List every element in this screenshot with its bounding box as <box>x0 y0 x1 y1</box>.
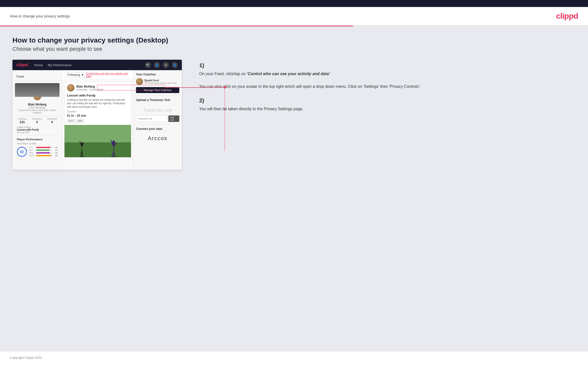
app-sidebar: Feed Blair McHarg Plus Handicap Royal No… <box>12 70 62 170</box>
app-navbar: clippd Home My Performance 🔍 👤 ⊕ 👤 <box>12 60 182 70</box>
coach-name: David Ford <box>144 79 177 82</box>
post-author: Blair McHarg <box>76 85 103 88</box>
instruction-2-text: You will then be taken directly to the P… <box>199 106 576 112</box>
tag-ott: OTT <box>67 119 75 123</box>
following-value: 4 <box>47 120 57 124</box>
post-duration-label: Duration <box>65 110 131 114</box>
tag-app: APP <box>76 119 84 123</box>
post-duration-value: 01 hr : 30 min <box>65 114 131 119</box>
pp-circle: 92 <box>17 147 27 157</box>
control-privacy-link[interactable]: Control who can see your activity and da… <box>86 72 130 78</box>
app-feed: Following ▼ Control who can see your act… <box>62 70 133 170</box>
latest-activity-date: 03 Aug 2022 <box>15 131 60 134</box>
post-description: Looking to feel like my hands are exitin… <box>65 98 131 110</box>
screenshot-wrapper: clippd Home My Performance 🔍 👤 ⊕ 👤 <box>12 60 182 170</box>
stat-activities: Activities 131 <box>18 118 27 124</box>
feed-tab[interactable]: Feed <box>12 73 62 81</box>
trackman-input-row: Add Link <box>136 115 179 122</box>
app-right-sidebar: Your Coaches David Ford 📍 Royal North De… <box>133 70 182 170</box>
post-title: Lesson with Fordy <box>65 94 131 98</box>
location-icon-small: 📍 <box>144 82 147 84</box>
pp-quality-label: Total Player Quality <box>17 142 58 145</box>
instruction-1-number: 1) <box>199 62 576 69</box>
pp-bar-arg: ARG 86 <box>29 152 58 154</box>
add-link-button[interactable]: Add Link <box>168 115 179 122</box>
app-screenshot: clippd Home My Performance 🔍 👤 ⊕ 👤 <box>12 60 182 170</box>
nav-link-my-performance[interactable]: My Performance <box>48 63 71 67</box>
nav-link-home[interactable]: Home <box>34 63 43 67</box>
footer-copyright: Copyright Clippd 2022 <box>10 356 42 360</box>
location-icon[interactable]: ⊕ <box>163 62 169 68</box>
post-avatar <box>67 84 74 92</box>
trackman-input[interactable] <box>136 115 167 122</box>
post-tags: OTT APP <box>65 119 131 125</box>
trackman-placeholder: Trackman Link <box>136 104 179 115</box>
page-subheading: Choose what you want people to see <box>12 46 576 52</box>
content-columns: clippd Home My Performance 🔍 👤 ⊕ 👤 <box>12 60 576 170</box>
post-card: Blair McHarg Yesterday · Sunningdale Les… <box>64 82 131 157</box>
player-performance: Player Performance Total Player Quality … <box>15 136 60 159</box>
app-logo-nav: clippd <box>16 63 28 67</box>
post-date: Yesterday · Sunningdale <box>76 88 103 91</box>
arccos-logo: Arccos <box>136 133 179 144</box>
instruction-1: 1) On your Feed, click/tap on 'Control w… <box>199 62 576 90</box>
following-label: Following <box>47 118 57 120</box>
trackman-section: Upload a Trackman Test Trackman Link Add… <box>133 96 182 125</box>
activities-value: 131 <box>18 120 27 124</box>
following-button[interactable]: Following ▼ <box>65 72 86 78</box>
stat-following: Following 4 <box>47 118 57 124</box>
svg-rect-1 <box>65 142 131 157</box>
pp-bar-app: APP 85 <box>29 149 58 151</box>
user-club: Royal North Devon Golf Club, United King… <box>15 109 60 114</box>
pp-bars: OTT 90 APP 85 <box>29 146 58 157</box>
user-banner <box>15 83 60 97</box>
app-nav-icons: 🔍 👤 ⊕ 👤 <box>145 62 178 68</box>
coach-item: David Ford 📍 Royal North Devon Golf Club <box>136 78 179 85</box>
top-bar <box>0 0 588 7</box>
manage-coaches-button[interactable]: Manage Your Coaches <box>136 87 179 93</box>
post-header: Blair McHarg Yesterday · Sunningdale <box>65 82 131 94</box>
latest-activity-value: Lesson with Fordy <box>15 128 60 131</box>
feed-header: Following ▼ Control who can see your act… <box>62 70 133 80</box>
coaches-section: Your Coaches David Ford 📍 Royal North De… <box>133 70 182 96</box>
activities-label: Activities <box>18 118 27 120</box>
instruction-2: 2) You will then be taken directly to th… <box>199 97 576 112</box>
search-icon[interactable]: 🔍 <box>145 62 151 68</box>
pp-title: Player Performance <box>17 138 58 141</box>
main-content: How to change your privacy settings (Des… <box>0 26 588 351</box>
footer: Copyright Clippd 2022 <box>0 351 588 364</box>
pp-bar-putt: PUTT 96 <box>29 155 58 157</box>
instruction-1-text: On your Feed, click/tap on 'Control who … <box>199 71 576 90</box>
stat-followers: Followers 3 <box>32 118 42 124</box>
app-body: Feed Blair McHarg Plus Handicap Royal No… <box>12 70 182 170</box>
golf-image-svg <box>65 125 131 157</box>
coach-avatar <box>136 78 143 85</box>
coach-club: 📍 Royal North Devon Golf Club <box>144 82 177 84</box>
instructions-col: 1) On your Feed, click/tap on 'Control w… <box>192 60 576 119</box>
user-name: Blair McHarg <box>15 103 60 106</box>
user-handicap: Plus Handicap <box>15 106 60 109</box>
post-image <box>65 125 131 157</box>
instruction-2-number: 2) <box>199 97 576 104</box>
pp-stats-row: 92 OTT 90 APP <box>17 146 58 157</box>
user-profile: Blair McHarg Plus Handicap Royal North D… <box>12 81 62 162</box>
avatar-icon[interactable]: 👤 <box>172 62 178 68</box>
page-heading: How to change your privacy settings (Des… <box>12 36 576 44</box>
coaches-title: Your Coaches <box>136 73 179 76</box>
trackman-title: Upload a Trackman Test <box>136 98 179 102</box>
person-icon[interactable]: 👤 <box>154 62 160 68</box>
connect-title: Connect your data <box>136 127 179 131</box>
user-stats: Activities 131 Followers 3 Following 4 <box>15 116 60 124</box>
header: How to change your privacy settings clip… <box>0 7 588 26</box>
followers-value: 3 <box>32 120 42 124</box>
connect-section: Connect your data Arccos <box>133 125 182 147</box>
header-title: How to change your privacy settings <box>10 14 70 18</box>
app-nav-links: Home My Performance <box>34 63 145 67</box>
pp-bar-ott: OTT 90 <box>29 146 58 149</box>
clippd-logo: clippd <box>556 11 578 21</box>
latest-activity-label: Latest Activity <box>15 126 60 128</box>
followers-label: Followers <box>32 118 42 120</box>
